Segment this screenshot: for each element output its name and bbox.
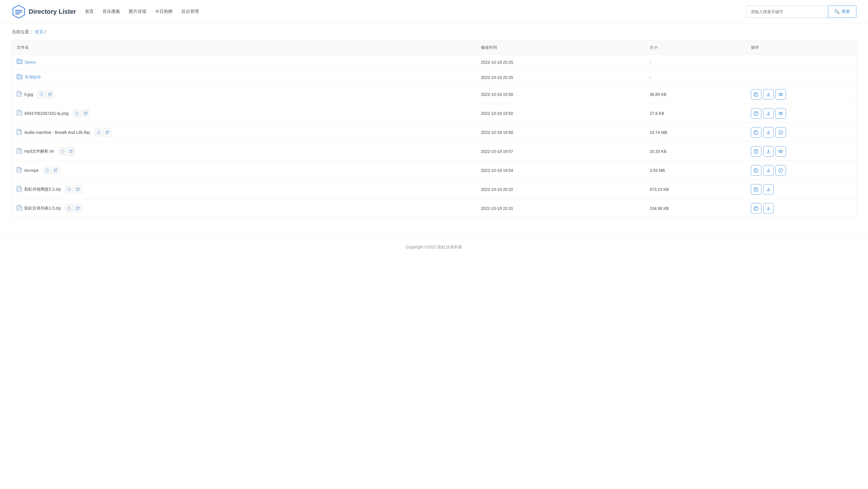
table-row: mp3文件解析.txt2022-10-18 19:5720.33 KB: [12, 142, 856, 161]
search-input[interactable]: [746, 5, 828, 18]
nav-item-hot-list[interactable]: 今日热榜: [155, 9, 173, 14]
file-icon: [17, 167, 22, 174]
copy-button[interactable]: [751, 203, 762, 214]
file-inline-actions: [65, 185, 82, 193]
file-table-container: 文件名 修改时间 大小 操作 Demo2022-10-18 20:25-常用软件…: [12, 40, 856, 218]
preview-button[interactable]: [775, 89, 786, 100]
svg-rect-62: [70, 152, 70, 153]
ops-cell: [751, 108, 851, 119]
file-modified: 2022-10-18 20:25: [476, 70, 645, 85]
file-inline-actions: [38, 91, 54, 98]
download-button[interactable]: [763, 127, 774, 138]
file-inline-actions: [59, 148, 75, 155]
file-ops: [746, 104, 856, 123]
svg-rect-110: [77, 209, 78, 210]
search-button[interactable]: 🔍 搜索: [828, 5, 856, 18]
info-button[interactable]: [59, 148, 66, 155]
col-header-ops: 操作: [746, 41, 856, 55]
svg-rect-101: [755, 189, 758, 192]
file-size: -: [645, 55, 746, 70]
file-name: 彩虹目录列表1.0.zip: [24, 206, 61, 211]
qr-button[interactable]: [82, 110, 90, 117]
copy-button[interactable]: [751, 127, 762, 138]
download-button[interactable]: [763, 203, 774, 214]
svg-rect-45: [108, 131, 109, 132]
file-size: 36.85 KB: [645, 85, 746, 104]
svg-point-73: [47, 169, 47, 170]
file-ops: [746, 199, 856, 218]
qr-button[interactable]: [74, 185, 82, 193]
copy-button[interactable]: [751, 89, 762, 100]
nav-item-home[interactable]: 首页: [85, 9, 94, 14]
svg-point-104: [69, 207, 69, 208]
file-icon: [17, 110, 22, 117]
file-size: 3.93 MB: [645, 161, 746, 180]
table-row: 彩虹目录列表1.0.zip2022-10-18 20:31154.98 KB: [12, 199, 856, 218]
search-icon: 🔍: [834, 9, 840, 14]
nav-item-music-search[interactable]: 音乐搜索: [102, 9, 120, 14]
table-row: 彩虹外链网盘5.2.zip2022-10-18 20:32673.23 KB: [12, 180, 856, 199]
file-size: 10.74 MB: [645, 123, 746, 142]
file-modified: 2022-10-18 19:54: [476, 161, 645, 180]
svg-rect-44: [106, 131, 107, 132]
info-button[interactable]: [95, 128, 102, 136]
breadcrumb-prefix: 当前位置：: [12, 29, 34, 34]
download-button[interactable]: [763, 184, 774, 195]
file-ops: [746, 85, 856, 104]
ops-cell: [751, 127, 851, 138]
svg-point-89: [69, 188, 69, 189]
nav-item-admin[interactable]: 后台管理: [181, 9, 199, 14]
copy-button[interactable]: [751, 165, 762, 176]
table-row: mv.mp42022-10-18 19:543.93 MB: [12, 161, 856, 180]
file-name: mv.mp4: [24, 168, 38, 173]
preview-button[interactable]: [775, 146, 786, 157]
download-button[interactable]: [763, 89, 774, 100]
file-name: 45047061007431-lp.png: [24, 111, 69, 116]
qr-button[interactable]: [52, 167, 60, 174]
file-name[interactable]: 常用软件: [25, 75, 41, 80]
copy-button[interactable]: [751, 108, 762, 119]
preview-button[interactable]: [775, 108, 786, 119]
qr-button[interactable]: [74, 205, 82, 212]
play-button[interactable]: [775, 127, 786, 138]
nav-item-image-compress[interactable]: 图片压缩: [129, 9, 146, 14]
svg-rect-46: [106, 133, 107, 134]
svg-rect-29: [84, 114, 85, 115]
svg-rect-61: [72, 150, 72, 151]
svg-rect-78: [56, 169, 57, 170]
copy-button[interactable]: [751, 184, 762, 195]
breadcrumb-home-link[interactable]: 首页: [35, 29, 43, 34]
file-ops: [746, 180, 856, 199]
file-size: 20.33 KB: [645, 142, 746, 161]
qr-button[interactable]: [67, 148, 75, 155]
ops-cell: [751, 165, 851, 176]
info-button[interactable]: [73, 110, 81, 117]
info-button[interactable]: [38, 91, 45, 98]
file-modified: 2022-10-18 20:31: [476, 199, 645, 218]
ops-cell: [751, 203, 851, 214]
svg-rect-109: [79, 207, 80, 208]
logo-icon: [12, 5, 26, 19]
svg-rect-52: [755, 132, 758, 135]
download-button[interactable]: [763, 108, 774, 119]
file-cell: 彩虹目录列表1.0.zip: [17, 205, 471, 212]
svg-rect-94: [79, 188, 80, 189]
file-ops: [746, 161, 856, 180]
info-button[interactable]: [65, 185, 73, 193]
file-cell: Audio machine - Breath And Life.flac: [17, 128, 471, 136]
file-name[interactable]: Demo: [25, 60, 36, 65]
svg-rect-68: [755, 150, 758, 153]
info-button[interactable]: [43, 167, 51, 174]
download-button[interactable]: [763, 146, 774, 157]
qr-button[interactable]: [46, 91, 54, 98]
play-button[interactable]: [775, 165, 786, 176]
svg-rect-85: [755, 170, 758, 172]
file-icon: [17, 205, 22, 212]
file-icon: [17, 186, 22, 193]
download-button[interactable]: [763, 165, 774, 176]
copy-button[interactable]: [751, 146, 762, 157]
info-button[interactable]: [65, 205, 73, 212]
col-header-size: 大小: [645, 41, 746, 55]
svg-rect-1: [15, 10, 22, 11]
qr-button[interactable]: [104, 128, 111, 136]
